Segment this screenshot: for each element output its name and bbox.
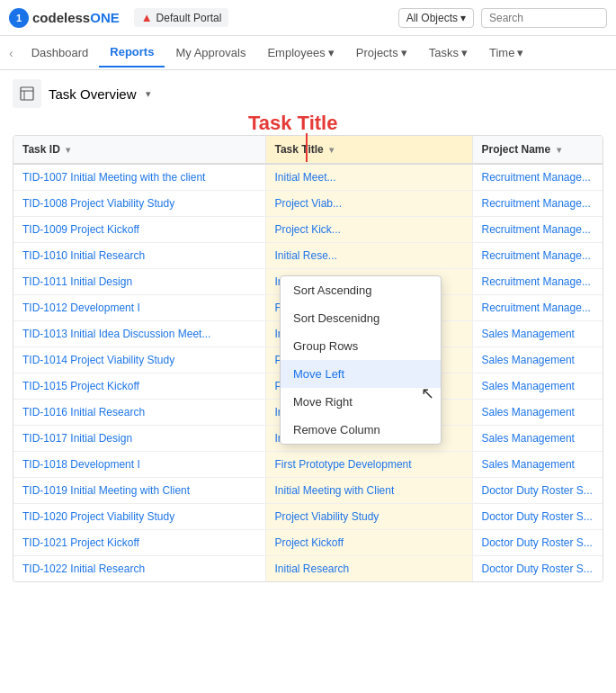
view-title[interactable]: Task Overview — [49, 86, 137, 102]
time-chevron: ▾ — [517, 46, 523, 59]
col-header-task-id[interactable]: Task ID ▾ — [13, 136, 265, 164]
task-title-link[interactable]: Project Viability Study — [275, 510, 379, 523]
project-name-link[interactable]: Sales Management — [482, 328, 575, 340]
task-id-link[interactable]: TID-1014 Project Viability Study — [22, 354, 174, 366]
cell-task-id: TID-1009 Project Kickoff — [13, 217, 265, 243]
project-name-link[interactable]: Recruitment Manage... — [482, 223, 591, 236]
task-id-link[interactable]: TID-1009 Project Kickoff — [22, 223, 139, 236]
task-id-link[interactable]: TID-1013 Initial Idea Discussion Meet... — [22, 328, 210, 340]
task-id-link[interactable]: TID-1022 Initial Research — [22, 562, 145, 575]
nav-dashboard[interactable]: Dashboard — [21, 39, 100, 67]
col-header-project-name[interactable]: Project Name ▾ — [472, 136, 603, 164]
task-id-link[interactable]: TID-1019 Initial Meeting with Client — [22, 484, 190, 497]
svg-rect-0 — [21, 87, 33, 100]
table-row: TID-1009 Project KickoffProject Kick...R… — [13, 217, 603, 243]
task-title-link[interactable]: First Prototype Development — [275, 458, 412, 471]
logo[interactable]: 1 codelessONE — [9, 8, 120, 28]
cell-task-id: TID-1021 Project Kickoff — [13, 530, 265, 556]
context-menu-remove-column[interactable]: Remove Column — [281, 416, 441, 444]
col-header-task-title[interactable]: Task Title ▾ — [265, 136, 472, 164]
context-menu-move-left[interactable]: Move Left — [281, 360, 441, 388]
cell-task-id: TID-1008 Project Viability Study — [13, 191, 265, 217]
context-menu-sort-desc[interactable]: Sort Descenidng — [281, 304, 441, 332]
project-name-link[interactable]: Doctor Duty Roster S... — [482, 510, 593, 523]
cell-task-id: TID-1015 Project Kickoff — [13, 374, 265, 400]
project-name-link[interactable]: Sales Management — [482, 432, 575, 445]
cell-task-id: TID-1010 Initial Research — [13, 243, 265, 269]
nav-tasks[interactable]: Tasks ▾ — [418, 39, 478, 67]
task-id-link[interactable]: TID-1016 Initial Research — [22, 406, 145, 418]
project-name-link[interactable]: Doctor Duty Roster S... — [482, 562, 593, 575]
project-name-link[interactable]: Recruitment Manage... — [482, 275, 591, 288]
task-id-link[interactable]: TID-1017 Initial Design — [22, 432, 132, 445]
cell-project-name: Sales Management — [472, 347, 603, 374]
search-box[interactable] — [481, 8, 607, 28]
project-name-link[interactable]: Recruitment Manage... — [482, 197, 591, 210]
context-menu-move-right[interactable]: Move Right — [281, 388, 441, 416]
project-name-sort-icon: ▾ — [557, 145, 561, 155]
cell-project-name: Recruitment Manage... — [472, 164, 603, 191]
project-name-link[interactable]: Recruitment Manage... — [482, 171, 591, 184]
cell-task-id: TID-1016 Initial Research — [13, 400, 265, 426]
table-header-row: Task ID ▾ Task Title ▾ Project Name ▾ — [13, 136, 603, 164]
cell-project-name: Recruitment Manage... — [472, 217, 603, 243]
nav-back-arrow[interactable]: ‹ — [9, 46, 13, 60]
cell-project-name: Sales Management — [472, 426, 603, 452]
nav-projects[interactable]: Projects ▾ — [345, 39, 418, 67]
nav-my-approvals[interactable]: My Approvals — [165, 39, 256, 67]
table-row: TID-1018 Development IFirst Prototype De… — [13, 452, 603, 478]
cell-project-name: Recruitment Manage... — [472, 295, 603, 321]
nav-time[interactable]: Time ▾ — [478, 39, 534, 67]
task-id-link[interactable]: TID-1010 Initial Research — [22, 249, 145, 262]
task-id-link[interactable]: TID-1007 Initial Meeting with the client — [22, 171, 205, 184]
project-name-link[interactable]: Doctor Duty Roster S... — [482, 536, 593, 549]
table-row: TID-1021 Project KickoffProject KickoffD… — [13, 530, 603, 556]
portal-label: Default Portal — [156, 12, 222, 24]
project-name-link[interactable]: Sales Management — [482, 406, 575, 418]
cell-task-title: Project Viability Study — [265, 504, 472, 530]
cell-task-title: Initial Meeting with Client — [265, 478, 472, 504]
nav-reports[interactable]: Reports — [99, 38, 165, 68]
task-id-link[interactable]: TID-1008 Project Viability Study — [22, 197, 174, 210]
task-title-link[interactable]: Initial Meeting with Client — [275, 484, 395, 497]
view-header: Task Overview ▾ — [13, 79, 603, 108]
project-name-link[interactable]: Sales Management — [482, 354, 575, 366]
context-menu-group-rows[interactable]: Group Rows — [281, 332, 441, 360]
table-row: TID-1010 Initial ResearchInitial Rese...… — [13, 243, 603, 269]
project-name-link[interactable]: Recruitment Manage... — [482, 302, 591, 314]
logo-text: codelessONE — [32, 10, 120, 25]
project-name-link[interactable]: Sales Management — [482, 380, 575, 392]
cell-project-name: Doctor Duty Roster S... — [472, 504, 603, 530]
column-context-menu[interactable]: Sort Ascending Sort Descenidng Group Row… — [280, 275, 442, 445]
cell-project-name: Doctor Duty Roster S... — [472, 556, 603, 582]
table-row: TID-1007 Initial Meeting with the client… — [13, 164, 603, 191]
task-title-link[interactable]: Project Viab... — [275, 197, 342, 210]
task-title-link[interactable]: Initial Research — [275, 562, 350, 575]
cell-task-title: Project Viab... — [265, 191, 472, 217]
view-title-dropdown[interactable]: ▾ — [146, 88, 151, 100]
task-id-link[interactable]: TID-1012 Development I — [22, 302, 140, 314]
task-id-link[interactable]: TID-1021 Project Kickoff — [22, 536, 139, 549]
search-input[interactable] — [489, 12, 599, 24]
task-title-link[interactable]: Project Kick... — [275, 223, 341, 236]
task-title-link[interactable]: Initial Meet... — [275, 171, 336, 184]
task-title-link[interactable]: Initial Rese... — [275, 249, 337, 262]
task-id-link[interactable]: TID-1011 Initial Design — [22, 275, 132, 288]
task-id-link[interactable]: TID-1020 Project Viability Study — [22, 510, 174, 523]
portal-badge[interactable]: ▲ Default Portal — [134, 8, 229, 27]
task-id-link[interactable]: TID-1015 Project Kickoff — [22, 380, 139, 392]
all-objects-button[interactable]: All Objects ▾ — [398, 8, 474, 28]
cell-project-name: Doctor Duty Roster S... — [472, 478, 603, 504]
task-id-sort-icon: ▾ — [66, 145, 70, 155]
task-id-link[interactable]: TID-1018 Development I — [22, 458, 140, 471]
project-name-link[interactable]: Recruitment Manage... — [482, 249, 591, 262]
nav-bar: ‹ Dashboard Reports My Approvals Employe… — [0, 36, 616, 70]
content-area: Task Overview ▾ Task Title Task ID ▾ Tas… — [0, 70, 616, 591]
project-name-link[interactable]: Doctor Duty Roster S... — [482, 484, 593, 497]
task-title-link[interactable]: Project Kickoff — [275, 536, 344, 549]
project-name-link[interactable]: Sales Management — [482, 458, 575, 471]
cell-project-name: Recruitment Manage... — [472, 269, 603, 295]
portal-icon: ▲ — [141, 11, 153, 24]
context-menu-sort-asc[interactable]: Sort Ascending — [281, 276, 441, 304]
nav-employees[interactable]: Employees ▾ — [256, 39, 344, 67]
